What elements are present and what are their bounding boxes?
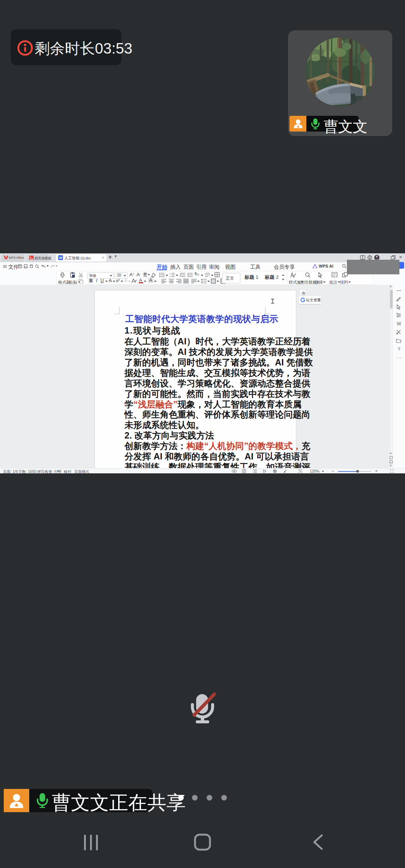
svg-text:3: 3 xyxy=(170,275,171,277)
svg-text:W: W xyxy=(59,256,62,260)
svg-text:1: 1 xyxy=(170,272,171,275)
